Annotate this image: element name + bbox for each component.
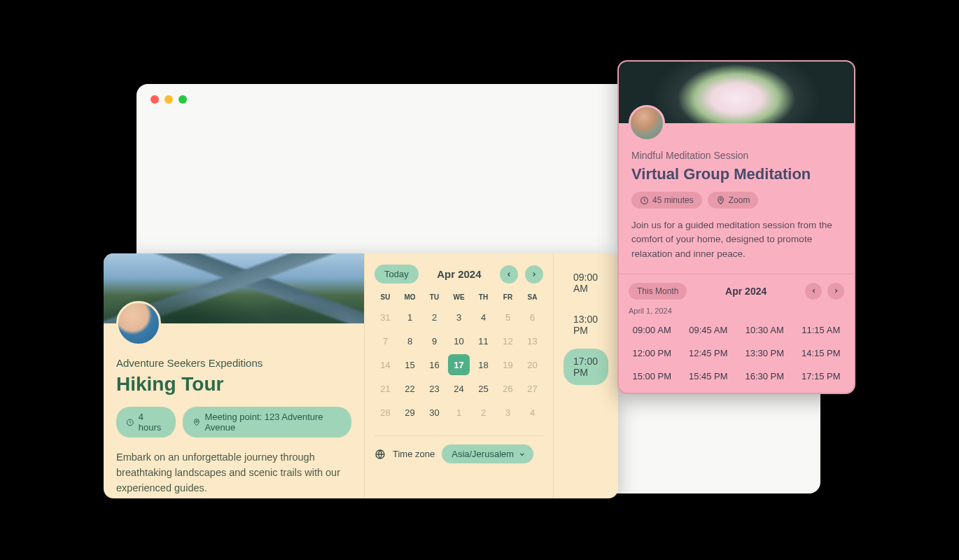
- calendar-day[interactable]: 31: [374, 307, 396, 328]
- location-badge: Meeting point: 123 Adventure Avenue: [183, 407, 351, 438]
- meditation-time-slot[interactable]: 11:15 AM: [798, 322, 845, 338]
- calendar-day[interactable]: 22: [399, 378, 421, 399]
- session-location-text: Zoom: [729, 195, 750, 205]
- meditation-time-slot[interactable]: 15:45 PM: [685, 368, 732, 384]
- calendar-day[interactable]: 10: [448, 330, 470, 351]
- close-window-icon[interactable]: [150, 95, 159, 104]
- calendar-day[interactable]: 12: [497, 330, 519, 351]
- selected-date-label: April 1, 2024: [629, 307, 844, 315]
- meditation-time-slot[interactable]: 13:30 PM: [741, 345, 788, 361]
- globe-icon: [374, 449, 386, 460]
- med-month-label: Apr 2024: [692, 286, 799, 297]
- calendar-day[interactable]: 28: [374, 402, 396, 423]
- session-duration-text: 45 minutes: [652, 195, 694, 205]
- guide-avatar: [116, 301, 161, 346]
- calendar-day[interactable]: 9: [424, 330, 445, 351]
- calendar-day[interactable]: 7: [374, 330, 396, 351]
- meditation-time-slot[interactable]: 10:30 AM: [741, 322, 788, 338]
- meditation-time-slot[interactable]: 17:15 PM: [798, 368, 845, 384]
- session-title: Virtual Group Meditation: [631, 165, 841, 183]
- meditation-time-slot[interactable]: 12:45 PM: [685, 345, 732, 361]
- time-slot[interactable]: 13:00 PM: [564, 307, 608, 343]
- meditation-booking-card: Mindful Meditation Session Virtual Group…: [617, 60, 855, 394]
- calendar-day[interactable]: 29: [399, 402, 421, 423]
- session-location-badge: Zoom: [708, 192, 759, 209]
- hiking-info-panel: Adventure Seekers Expeditions Hiking Tou…: [104, 253, 364, 498]
- minimize-window-icon[interactable]: [164, 95, 173, 104]
- calendar-day[interactable]: 5: [497, 307, 519, 328]
- med-prev-button[interactable]: [805, 283, 822, 300]
- weekday-label: TU: [424, 293, 445, 301]
- calendar-panel: Today Apr 2024 SUMOTUWETHFRSA 3112345678…: [364, 253, 553, 498]
- calendar-day[interactable]: 13: [522, 330, 543, 351]
- meditation-time-slot[interactable]: 14:15 PM: [798, 345, 845, 361]
- calendar-day[interactable]: 2: [424, 307, 445, 328]
- meditation-time-slot[interactable]: 15:00 PM: [629, 368, 676, 384]
- calendar-days: 3112345678910111213141516171819202122232…: [374, 307, 543, 423]
- clock-icon: [640, 196, 649, 205]
- calendar-day[interactable]: 4: [522, 402, 543, 423]
- calendar-day[interactable]: 24: [448, 378, 470, 399]
- weekday-label: WE: [448, 293, 470, 301]
- month-label: Apr 2024: [426, 268, 493, 280]
- calendar-day[interactable]: 2: [472, 402, 494, 423]
- meditation-time-slot[interactable]: 12:00 PM: [629, 345, 676, 361]
- calendar-day[interactable]: 25: [472, 378, 494, 399]
- med-calendar-header: This Month Apr 2024: [629, 283, 844, 300]
- calendar-day[interactable]: 19: [497, 354, 519, 375]
- prev-month-button[interactable]: [500, 265, 518, 284]
- meditation-calendar: This Month Apr 2024 April 1, 2024 09:00 …: [619, 274, 854, 393]
- calendar-day[interactable]: 20: [522, 354, 543, 375]
- calendar-day[interactable]: 23: [424, 378, 445, 399]
- event-title: Hiking Tour: [116, 373, 351, 396]
- med-next-button[interactable]: [827, 283, 844, 300]
- session-description: Join us for a guided meditation session …: [631, 218, 841, 261]
- calendar-day[interactable]: 27: [522, 378, 543, 399]
- calendar-day[interactable]: 11: [472, 330, 494, 351]
- time-slot[interactable]: 09:00 AM: [564, 265, 608, 301]
- calendar-day[interactable]: 1: [399, 307, 421, 328]
- calendar-weekdays: SUMOTUWETHFRSA: [374, 293, 543, 301]
- calendar-day[interactable]: 17: [448, 354, 470, 375]
- clock-icon: [126, 418, 134, 427]
- maximize-window-icon[interactable]: [178, 95, 187, 104]
- hiking-booking-card: Adventure Seekers Expeditions Hiking Tou…: [104, 253, 618, 498]
- meditation-time-slot[interactable]: 09:45 AM: [685, 322, 732, 338]
- calendar-day[interactable]: 6: [522, 307, 543, 328]
- this-month-button[interactable]: This Month: [629, 283, 687, 300]
- calendar-day[interactable]: 26: [497, 378, 519, 399]
- time-slot[interactable]: 17:00 PM: [564, 349, 608, 385]
- calendar-day[interactable]: 8: [399, 330, 421, 351]
- calendar-day[interactable]: 18: [472, 354, 494, 375]
- company-name: Adventure Seekers Expeditions: [116, 357, 351, 369]
- event-description: Embark on an unforgettable journey throu…: [116, 450, 351, 496]
- weekday-label: MO: [399, 293, 421, 301]
- svg-point-4: [720, 198, 722, 200]
- calendar-day[interactable]: 15: [399, 354, 421, 375]
- timezone-select[interactable]: Asia/Jerusalem: [442, 444, 533, 463]
- svg-point-1: [195, 420, 197, 421]
- calendar-day[interactable]: 1: [448, 402, 470, 423]
- calendar-day[interactable]: 30: [424, 402, 445, 423]
- meditation-time-slot[interactable]: 09:00 AM: [629, 322, 676, 338]
- meditation-time-slot[interactable]: 16:30 PM: [741, 368, 788, 384]
- time-slots-panel: 09:00 AM13:00 PM17:00 PM: [553, 253, 618, 498]
- location-text: Meeting point: 123 Adventure Avenue: [204, 412, 342, 433]
- calendar-day[interactable]: 3: [448, 307, 470, 328]
- calendar-day[interactable]: 3: [497, 402, 519, 423]
- timezone-row: Time zone Asia/Jerusalem: [374, 435, 543, 463]
- today-button[interactable]: Today: [374, 265, 419, 284]
- meditation-time-grid: 09:00 AM09:45 AM10:30 AM11:15 AM12:00 PM…: [629, 322, 844, 384]
- instructor-avatar: [629, 105, 665, 141]
- pin-icon: [716, 196, 725, 205]
- next-month-button[interactable]: [525, 265, 543, 284]
- session-badges: 45 minutes Zoom: [631, 192, 841, 209]
- calendar-day[interactable]: 21: [374, 378, 396, 399]
- session-duration-badge: 45 minutes: [631, 192, 702, 209]
- calendar-day[interactable]: 16: [424, 354, 445, 375]
- calendar-day[interactable]: 14: [374, 354, 396, 375]
- event-badges: 4 hours Meeting point: 123 Adventure Ave…: [116, 407, 351, 438]
- calendar-day[interactable]: 4: [472, 307, 494, 328]
- timezone-label: Time zone: [393, 449, 435, 459]
- meditation-hero-image: [619, 62, 854, 123]
